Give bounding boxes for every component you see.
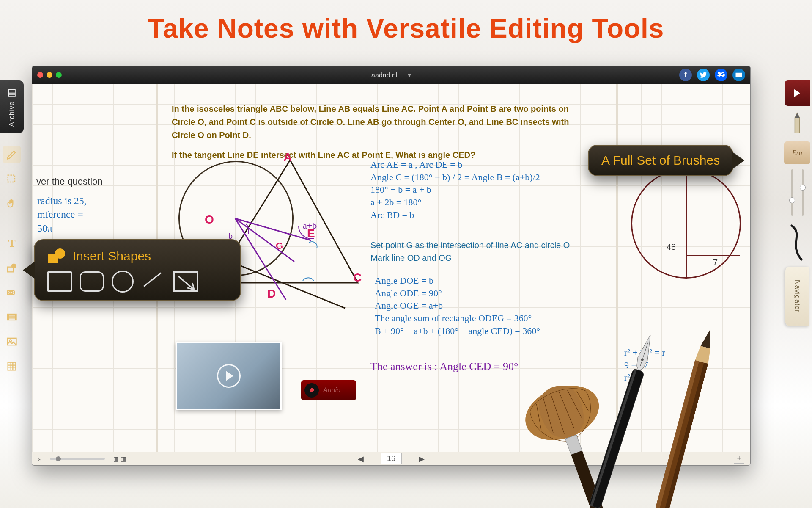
- rounded-rect-shape-button[interactable]: [80, 271, 104, 292]
- right-page-value-7: 7: [713, 257, 718, 267]
- right-toolbar: Era Navigator: [782, 80, 812, 326]
- eraser-button[interactable]: Era: [784, 141, 810, 164]
- status-bar: ⍟ ▦ ▦ ◀ 16 ▶ +: [32, 452, 750, 465]
- svg-point-2: [11, 264, 16, 269]
- point-label-d: D: [267, 287, 276, 301]
- slider-knob[interactable]: [800, 185, 806, 190]
- point-label-g: G: [276, 240, 283, 251]
- rectangle-shape-button[interactable]: [47, 271, 72, 292]
- page-number-field[interactable]: 16: [381, 453, 402, 464]
- share-twitter-button[interactable]: [697, 69, 710, 81]
- user-icon[interactable]: ⍟: [38, 456, 41, 462]
- archive-icon: ▤: [8, 87, 16, 98]
- shapes-icon: [47, 248, 66, 265]
- select-tool-button[interactable]: [3, 170, 21, 188]
- marketing-headline: Take Notes with Versatile Editing Tools: [0, 0, 812, 44]
- slider-knob[interactable]: [789, 197, 795, 203]
- svg-rect-9: [8, 362, 16, 370]
- embedded-audio[interactable]: Audio: [301, 380, 356, 400]
- left-page-heading: ver the question: [36, 176, 103, 187]
- add-page-button[interactable]: +: [734, 454, 744, 464]
- svg-point-15: [55, 248, 65, 259]
- title-dropdown-icon: ▾: [408, 72, 411, 79]
- opacity-slider[interactable]: [791, 169, 793, 216]
- navigator-tab[interactable]: Navigator: [785, 267, 809, 326]
- image-tool-button[interactable]: [3, 333, 21, 351]
- archive-tab[interactable]: ▤ Archive: [0, 80, 24, 133]
- vertex-label-a: A: [283, 151, 292, 164]
- share-facebook-button[interactable]: f: [679, 69, 692, 81]
- share-dropbox-button[interactable]: [715, 69, 727, 81]
- audio-disc-icon: [304, 383, 319, 398]
- size-slider[interactable]: [802, 169, 804, 216]
- text-tool-button[interactable]: T: [3, 235, 21, 252]
- share-email-button[interactable]: [732, 69, 745, 81]
- handwritten-answer: The answer is : Angle CED = 90°: [370, 359, 518, 374]
- note-tab[interactable]: [785, 80, 810, 106]
- titlebar: aadad.nl ▾ f: [32, 66, 750, 84]
- close-window-button[interactable]: [37, 72, 43, 78]
- ellipse-shape-button[interactable]: [112, 271, 134, 293]
- left-page-handwriting: radius is 25, mference = 50π: [37, 194, 87, 235]
- shape-tool-button[interactable]: [3, 259, 21, 277]
- pencil-brush-button[interactable]: [787, 111, 808, 136]
- zoom-window-button[interactable]: [56, 72, 62, 78]
- pen-tool-button[interactable]: [3, 146, 21, 163]
- slider-knob[interactable]: [56, 456, 61, 461]
- vertex-label-c: C: [353, 271, 362, 284]
- prev-page-button[interactable]: ◀: [358, 454, 364, 464]
- brush-preview-icon: [787, 224, 808, 262]
- brushes-callout: A Full Set of Brushes: [588, 145, 733, 176]
- svg-line-13: [235, 218, 294, 262]
- play-icon: [217, 364, 241, 388]
- svg-point-5: [11, 292, 13, 294]
- brush-sliders: [787, 169, 808, 216]
- handwritten-work-1: Arc AE = a , Arc DE = b Angle C = (180° …: [370, 158, 582, 221]
- video-tool-button[interactable]: [3, 308, 21, 326]
- archive-label: Archive: [8, 101, 16, 127]
- setpoint-instruction: Set point G as the intersection of line …: [370, 239, 570, 264]
- center-label-o: O: [205, 213, 214, 226]
- next-page-button[interactable]: ▶: [419, 454, 425, 464]
- right-page-value-48: 48: [667, 242, 676, 252]
- minimize-window-button[interactable]: [47, 72, 52, 78]
- grid-tool-button[interactable]: [3, 357, 21, 375]
- insert-shapes-callout: Insert Shapes: [34, 239, 241, 301]
- hand-tool-button[interactable]: [3, 195, 21, 213]
- record-tool-button[interactable]: [3, 284, 21, 301]
- embedded-video[interactable]: [176, 342, 282, 410]
- thumbnail-view-icon[interactable]: ▦ ▦: [113, 456, 126, 462]
- zoom-slider[interactable]: [50, 458, 105, 460]
- note-arrow-icon: [794, 89, 800, 97]
- document-title[interactable]: aadad.nl ▾: [371, 71, 411, 79]
- traffic-lights: [37, 72, 62, 78]
- right-page-vline: [686, 168, 687, 279]
- svg-marker-30: [701, 328, 716, 349]
- svg-rect-0: [8, 175, 15, 182]
- left-toolbar: ▤ Archive T: [0, 80, 24, 375]
- annotation-a-plus-b: a+b: [303, 219, 317, 232]
- line-shape-button[interactable]: [141, 271, 166, 292]
- handwritten-work-2: Angle DOE = b Angle ODE = 90° Angle OGE …: [375, 274, 612, 337]
- right-page-hline: [686, 255, 740, 256]
- arrow-shape-button[interactable]: [173, 271, 198, 292]
